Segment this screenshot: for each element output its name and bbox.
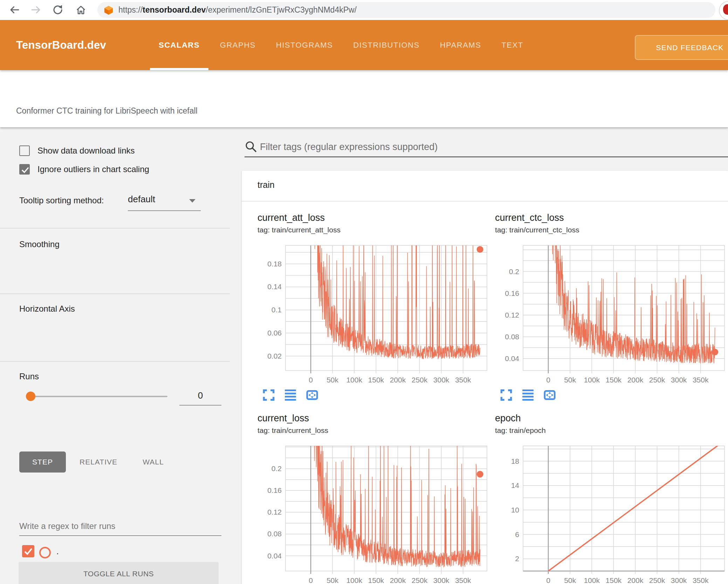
svg-text:0: 0 (309, 376, 313, 384)
group-title[interactable]: train (257, 180, 275, 190)
fullscreen-icon[interactable] (262, 388, 275, 402)
chart-toolbar (262, 388, 319, 402)
chart-tag: tag: train/current_att_loss (257, 226, 341, 234)
chart-title: epoch (495, 413, 521, 424)
chart-tag: tag: train/epoch (495, 426, 546, 435)
chart-toolbar (500, 388, 556, 402)
tab-histograms[interactable]: HISTOGRAMS (267, 20, 342, 70)
fit-domain-icon[interactable] (305, 388, 319, 402)
svg-text:0.2: 0.2 (272, 464, 282, 473)
svg-text:250k: 250k (412, 376, 428, 384)
svg-text:0.06: 0.06 (267, 329, 282, 337)
divider (0, 361, 230, 362)
svg-text:150k: 150k (368, 576, 384, 584)
svg-text:0.08: 0.08 (505, 333, 519, 341)
svg-text:100k: 100k (346, 576, 362, 584)
app-header: TensorBoard.dev SCALARS GRAPHS HISTOGRAM… (0, 20, 728, 70)
svg-text:50k: 50k (564, 576, 576, 584)
svg-text:18: 18 (511, 457, 519, 465)
axis-relative-button[interactable]: RELATIVE (78, 451, 119, 473)
tab-text[interactable]: TEXT (493, 20, 532, 70)
svg-text:0.02: 0.02 (267, 352, 282, 360)
svg-text:300k: 300k (671, 576, 687, 584)
svg-text:200k: 200k (627, 576, 644, 584)
svg-text:300k: 300k (433, 376, 449, 384)
runs-label: Runs (19, 372, 39, 381)
ignore-outliers-checkbox[interactable] (19, 164, 30, 175)
experiment-title-band: Conformer CTC training for LibriSpeech w… (0, 70, 728, 127)
run-selector-icon[interactable] (284, 388, 297, 402)
brand-title: TensorBoard.dev (16, 20, 106, 70)
tab-scalars[interactable]: SCALARS (150, 20, 208, 70)
scalar-chart[interactable]: 0.040.080.120.160.2050k100k150k200k250k3… (245, 442, 489, 584)
show-download-links-checkbox[interactable] (19, 145, 30, 156)
svg-text:300k: 300k (433, 576, 449, 584)
svg-text:150k: 150k (606, 576, 622, 584)
scalar-chart[interactable]: 26101418050k100k150k200k250k300k350k (483, 442, 726, 584)
svg-text:250k: 250k (649, 376, 665, 384)
toggle-all-runs-button[interactable]: TOGGLE ALL RUNS (19, 562, 219, 584)
experiment-title: Conformer CTC training for LibriSpeech w… (16, 106, 198, 116)
run-color-swatch[interactable] (39, 547, 51, 558)
svg-text:100k: 100k (584, 576, 600, 584)
back-icon[interactable] (8, 4, 20, 16)
svg-text:10: 10 (511, 506, 519, 514)
svg-text:200k: 200k (390, 376, 406, 384)
filter-underline (245, 156, 728, 157)
reload-icon[interactable] (52, 4, 64, 16)
svg-text:100k: 100k (584, 376, 600, 384)
tab-graphs[interactable]: GRAPHS (211, 20, 265, 70)
check-icon (22, 545, 34, 557)
runs-filter-input[interactable]: Write a regex to filter runs (19, 521, 115, 531)
axis-wall-button[interactable]: WALL (140, 451, 166, 473)
profile-avatar[interactable] (719, 1, 728, 20)
svg-text:0.16: 0.16 (267, 486, 282, 494)
svg-text:250k: 250k (649, 576, 665, 584)
svg-text:350k: 350k (693, 376, 709, 384)
scalar-chart[interactable]: 0.040.080.120.160.2050k100k150k200k250k3… (483, 241, 726, 391)
svg-text:0.14: 0.14 (267, 283, 282, 291)
svg-text:0.12: 0.12 (267, 508, 282, 516)
smoothing-value[interactable]: 0 (179, 390, 221, 401)
chart-block: current_ctc_loss tag: train/current_ctc_… (483, 210, 724, 410)
svg-text:100k: 100k (346, 376, 362, 384)
forward-icon[interactable] (30, 4, 42, 16)
fit-domain-icon[interactable] (543, 388, 556, 402)
svg-text:0: 0 (546, 576, 550, 584)
ignore-outliers-row[interactable]: Ignore outliers in chart scaling (19, 164, 149, 175)
chevron-down-icon[interactable] (189, 199, 195, 203)
svg-text:50k: 50k (327, 576, 338, 584)
scalar-chart[interactable]: 0.020.060.10.140.18050k100k150k200k250k3… (245, 241, 489, 391)
tab-hparams[interactable]: HPARAMS (431, 20, 490, 70)
divider (242, 201, 728, 202)
select-underline (128, 210, 201, 211)
svg-text:2: 2 (515, 555, 519, 563)
fullscreen-icon[interactable] (500, 388, 513, 402)
svg-text:0: 0 (546, 376, 550, 384)
show-download-links-row[interactable]: Show data download links (19, 145, 135, 156)
home-icon[interactable] (75, 4, 87, 16)
divider (0, 228, 230, 229)
smoothing-slider-knob[interactable] (26, 392, 35, 401)
tab-distributions[interactable]: DISTRIBUTIONS (344, 20, 428, 70)
run-checkbox[interactable] (22, 545, 34, 557)
svg-text:6: 6 (515, 530, 519, 538)
svg-text:0.18: 0.18 (267, 260, 282, 268)
run-selector-icon[interactable] (521, 388, 535, 402)
svg-text:0.04: 0.04 (505, 354, 519, 362)
svg-text:0: 0 (309, 576, 313, 584)
svg-text:50k: 50k (564, 376, 576, 384)
axis-step-button[interactable]: STEP (19, 451, 66, 473)
tooltip-sorting-select[interactable]: default (128, 194, 155, 205)
chart-block: current_loss tag: train/current_loss 0.0… (245, 411, 487, 584)
tensorboard-favicon (104, 5, 114, 15)
chart-tag: tag: train/current_loss (257, 426, 328, 435)
svg-text:0.12: 0.12 (505, 311, 519, 319)
divider (0, 293, 230, 294)
chart-title: current_att_loss (257, 212, 325, 223)
url-bar[interactable]: https://tensorboard.dev/experiment/lzGnE… (97, 2, 715, 18)
filter-tags-input[interactable]: Filter tags (regular expressions support… (260, 142, 438, 152)
smoothing-slider-track[interactable] (30, 396, 167, 397)
send-feedback-button[interactable]: SEND FEEDBACK (635, 35, 728, 60)
smoothing-label: Smoothing (19, 239, 60, 249)
